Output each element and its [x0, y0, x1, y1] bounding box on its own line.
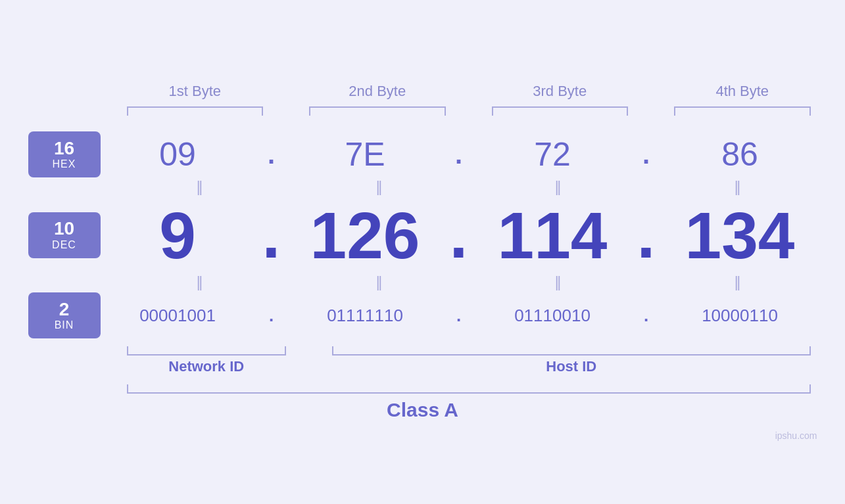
- top-bracket-1: [127, 106, 264, 118]
- sep: [452, 83, 485, 100]
- bin-base-label: BIN: [55, 319, 74, 331]
- eq-6: ‖: [299, 273, 459, 292]
- hex-dot-2: .: [443, 140, 475, 170]
- bin-dot-2: .: [443, 306, 475, 326]
- equals-row-1: ‖ ‖ ‖ ‖: [120, 177, 817, 197]
- top-bracket-4: [674, 106, 811, 118]
- eq-3: ‖: [479, 177, 639, 197]
- hex-base-num: 16: [54, 139, 74, 159]
- sep: [635, 83, 667, 100]
- byte-header-3: 3rd Byte: [485, 83, 635, 100]
- hex-val-1: 09: [101, 135, 255, 174]
- class-bracket-row: [120, 384, 817, 394]
- eq-8: ‖: [658, 273, 817, 292]
- dec-badge: 10 DEC: [28, 212, 101, 258]
- bin-val-1: 00001001: [101, 306, 255, 326]
- hex-val-3: 72: [475, 135, 630, 174]
- bottom-bracket-row: [120, 344, 817, 355]
- network-id-label: Network ID: [120, 358, 293, 375]
- eq-2: ‖: [299, 177, 459, 197]
- bin-dot-1: .: [255, 306, 288, 326]
- byte-header-2: 2nd Byte: [302, 83, 452, 100]
- eq-1: ‖: [120, 177, 280, 197]
- dec-val-2: 126: [288, 202, 443, 268]
- dec-val-3: 114: [475, 202, 630, 268]
- host-id-label: Host ID: [326, 358, 817, 375]
- hex-badge: 16 HEX: [28, 131, 101, 177]
- equals-row-2: ‖ ‖ ‖ ‖: [120, 273, 817, 292]
- eq-5: ‖: [120, 273, 280, 292]
- dec-row: 10 DEC 9 . 126 . 114 . 134: [28, 197, 817, 273]
- dec-base-label: DEC: [52, 239, 76, 251]
- hex-base-label: HEX: [53, 158, 76, 170]
- byte-header-4: 4th Byte: [667, 83, 817, 100]
- class-label-row: Class A: [28, 399, 817, 421]
- hex-dot-3: .: [630, 140, 663, 170]
- bin-val-4: 10000110: [663, 306, 817, 326]
- host-id-bracket: [332, 344, 811, 355]
- class-bracket-line: [127, 384, 811, 394]
- watermark: ipshu.com: [775, 430, 817, 441]
- dec-dot-3: .: [630, 197, 663, 273]
- sep: [270, 83, 302, 100]
- hex-dot-1: .: [255, 140, 288, 170]
- dec-dot-2: .: [443, 197, 475, 273]
- bin-base-num: 2: [59, 300, 70, 320]
- bin-row: 2 BIN 00001001 . 01111110 . 01110010 . 1…: [28, 292, 817, 338]
- top-bracket-3: [492, 106, 629, 118]
- bin-val-2: 01111110: [288, 306, 443, 326]
- dec-val-4: 134: [663, 202, 817, 268]
- hex-val-4: 86: [663, 135, 817, 174]
- byte-header-1: 1st Byte: [120, 83, 270, 100]
- id-labels-row: Network ID Host ID: [120, 358, 817, 375]
- dec-val-1: 9: [101, 202, 255, 268]
- class-a-label: Class A: [387, 399, 458, 421]
- bin-dot-3: .: [630, 306, 663, 326]
- dec-base-num: 10: [54, 219, 74, 239]
- eq-4: ‖: [658, 177, 817, 197]
- net-id-bracket: [127, 344, 287, 355]
- bin-badge: 2 BIN: [28, 292, 101, 338]
- top-bracket-2: [309, 106, 446, 118]
- hex-row: 16 HEX 09 . 7E . 72 . 86: [28, 131, 817, 177]
- eq-7: ‖: [479, 273, 639, 292]
- bin-val-3: 01110010: [475, 306, 630, 326]
- dec-dot-1: .: [255, 197, 288, 273]
- hex-val-2: 7E: [288, 135, 443, 174]
